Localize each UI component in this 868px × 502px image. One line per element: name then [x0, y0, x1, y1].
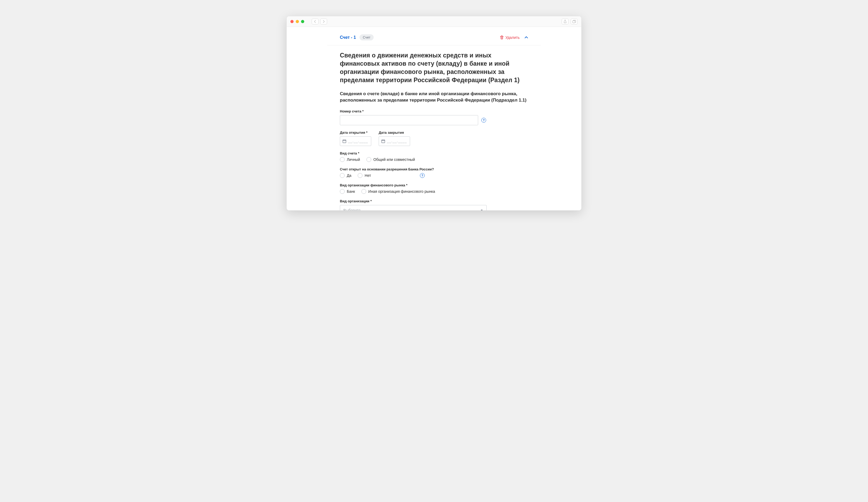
chevron-down-icon: ▼ — [480, 209, 483, 210]
radio-bank[interactable]: Банк — [340, 189, 355, 194]
card-header: Счет - 1 Счет Удалить — [327, 27, 541, 45]
field-account-number: Номер счета * ? — [340, 109, 528, 125]
org-market-type-label: Вид организации финансового рынка * — [340, 183, 528, 187]
radio-yes[interactable]: Да — [340, 173, 351, 178]
radio-no-label: Нет — [364, 174, 371, 178]
radio-personal[interactable]: Личный — [340, 157, 360, 162]
radio-bank-label: Банк — [347, 189, 355, 194]
traffic-lights — [290, 20, 304, 23]
delete-label: Удалить — [506, 35, 520, 40]
org-type-label: Вид организации * — [340, 199, 528, 203]
nav-forward-button[interactable] — [320, 19, 327, 24]
help-icon[interactable]: ? — [420, 173, 425, 178]
close-date-label: Дата закрытия — [379, 130, 410, 135]
minimize-window-icon[interactable] — [296, 20, 299, 23]
field-dates: Дата открытия * __.__.____ Дата закрытия… — [340, 130, 528, 146]
svg-rect-2 — [382, 140, 385, 143]
card-title: Счет - 1 — [340, 35, 356, 40]
account-type-label: Вид счета * — [340, 151, 528, 155]
org-type-select[interactable]: Выберите ▼ — [340, 205, 487, 210]
open-date-input[interactable]: __.__.____ — [340, 136, 371, 146]
main-heading: Сведения о движении денежных средств и и… — [340, 51, 528, 84]
open-date-placeholder: __.__.____ — [348, 139, 368, 143]
bank-permission-label: Счет открыт на основании разрешения Банк… — [340, 167, 528, 171]
share-button[interactable] — [562, 19, 569, 24]
svg-rect-0 — [572, 21, 575, 23]
help-icon[interactable]: ? — [481, 118, 486, 123]
tabs-button[interactable] — [571, 19, 578, 24]
radio-joint[interactable]: Общий или совместный — [366, 157, 415, 162]
trash-icon — [500, 35, 504, 40]
chevron-up-icon — [524, 36, 528, 39]
sub-heading: Сведения о счете (вкладе) в банке или ин… — [340, 91, 528, 103]
card-tag: Счет — [360, 34, 374, 40]
account-number-label: Номер счета * — [340, 109, 528, 113]
nav-back-button[interactable] — [312, 19, 319, 24]
radio-other-org-label: Иная организация финансового рынка — [368, 189, 435, 194]
field-bank-permission: Счет открыт на основании разрешения Банк… — [340, 167, 528, 178]
app-window: Счет - 1 Счет Удалить Сведения о движени… — [287, 16, 581, 211]
field-account-type: Вид счета * Личный Общий или совместный — [340, 151, 528, 162]
nav-arrows — [312, 19, 327, 24]
radio-icon — [358, 173, 362, 178]
content-area: Счет - 1 Счет Удалить Сведения о движени… — [287, 27, 581, 210]
card-header-actions: Удалить — [500, 35, 528, 40]
radio-icon — [340, 157, 345, 162]
radio-icon — [340, 189, 345, 194]
radio-icon — [366, 157, 371, 162]
account-number-input[interactable] — [340, 115, 478, 125]
radio-joint-label: Общий или совместный — [373, 157, 415, 162]
radio-no[interactable]: Нет — [358, 173, 371, 178]
radio-yes-label: Да — [347, 174, 351, 178]
field-org-type: Вид организации * Выберите ▼ — [340, 199, 528, 210]
close-window-icon[interactable] — [290, 20, 293, 23]
svg-rect-1 — [343, 140, 346, 143]
radio-icon — [361, 189, 366, 194]
calendar-icon — [342, 139, 347, 143]
radio-other-org[interactable]: Иная организация финансового рынка — [361, 189, 435, 194]
close-date-placeholder: __.__.____ — [387, 139, 407, 143]
org-type-placeholder: Выберите — [343, 208, 361, 210]
field-org-market-type: Вид организации финансового рынка * Банк… — [340, 183, 528, 194]
close-date-input[interactable]: __.__.____ — [379, 136, 410, 146]
maximize-window-icon[interactable] — [301, 20, 304, 23]
form-body: Сведения о движении денежных средств и и… — [327, 45, 541, 210]
titlebar-right-icons — [562, 19, 578, 24]
radio-icon — [340, 173, 345, 178]
open-date-label: Дата открытия * — [340, 130, 371, 135]
collapse-toggle[interactable] — [524, 36, 528, 39]
radio-personal-label: Личный — [347, 157, 360, 162]
titlebar — [287, 16, 581, 27]
form-page: Счет - 1 Счет Удалить Сведения о движени… — [327, 27, 541, 210]
delete-button[interactable]: Удалить — [500, 35, 520, 40]
calendar-icon — [381, 139, 385, 143]
